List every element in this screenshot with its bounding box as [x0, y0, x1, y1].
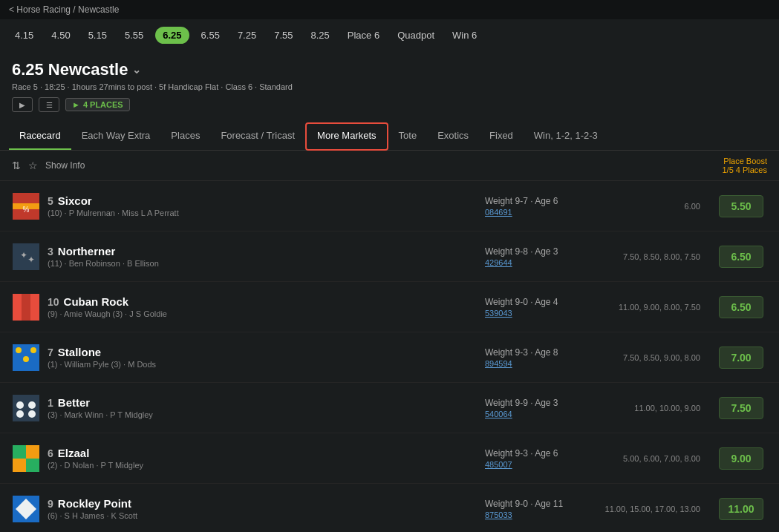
time-tab-6.25[interactable]: 6.25: [155, 27, 189, 44]
nav-tab-forecast-tricast[interactable]: Forecast / Tricast: [210, 122, 305, 150]
nav-tab-more-markets[interactable]: More Markets: [305, 122, 388, 151]
time-tab-7.25[interactable]: 7.25: [232, 27, 262, 44]
horse-number: 9: [48, 498, 53, 510]
info-icon[interactable]: ☰: [39, 97, 59, 112]
time-tabs: 4.154.505.155.556.256.557.257.558.25Plac…: [0, 19, 779, 51]
weight-text: Weight 9-0 · Age 11: [485, 499, 574, 509]
nav-tab-tote[interactable]: Tote: [388, 122, 428, 150]
horse-silk: [12, 344, 40, 372]
horse-name: Northerner: [58, 245, 116, 257]
odds-button[interactable]: 6.50: [719, 246, 763, 268]
horse-details: (1) · William Pyle (3) · M Dods: [48, 360, 477, 369]
time-tab-win-6[interactable]: Win 6: [446, 27, 483, 44]
horse-id[interactable]: 429644: [485, 258, 574, 267]
horse-id[interactable]: 875033: [485, 510, 574, 519]
svg-rect-13: [13, 395, 39, 421]
time-tab-5.55[interactable]: 5.55: [119, 27, 149, 44]
weight-text: Weight 9-0 · Age 4: [485, 297, 574, 307]
time-tab-5.15[interactable]: 5.15: [82, 27, 113, 44]
odds-button[interactable]: 9.00: [719, 447, 763, 470]
race-title: 6.25 Newcastle ⌄: [12, 60, 767, 79]
odds-button[interactable]: 5.50: [719, 195, 763, 217]
current-odds: 6.50: [715, 296, 767, 318]
current-odds: 7.00: [715, 347, 767, 369]
sort-icon[interactable]: ⇅: [12, 160, 21, 171]
nav-tab-racecard[interactable]: Racecard: [9, 122, 71, 150]
horse-id[interactable]: 540064: [485, 410, 574, 418]
nav-tab-each-way-extra[interactable]: Each Way Extra: [71, 122, 161, 150]
table-row: 10 Cuban Rock (9) · Amie Waugh (3) · J S…: [0, 282, 779, 332]
horse-details: (10) · P Mulrennan · Miss L A Perratt: [48, 208, 477, 217]
svg-text:✦: ✦: [27, 254, 35, 265]
nav-tab-places[interactable]: Places: [160, 122, 210, 150]
horse-details: (9) · Amie Waugh (3) · J S Goldie: [48, 309, 477, 318]
horse-silk: [12, 495, 40, 523]
horse-silk: %: [12, 192, 40, 220]
table-row: 6 Elzaal (2) · D Nolan · P T Midgley Wei…: [0, 433, 779, 484]
horse-details: (11) · Ben Robinson · B Ellison: [48, 259, 477, 268]
svg-point-12: [23, 356, 29, 362]
previous-prices: 7.50, 8.50, 9.00, 8.00: [581, 353, 715, 362]
horse-silk: [12, 394, 40, 422]
time-tab-4.50[interactable]: 4.50: [45, 27, 76, 44]
video-icon[interactable]: ▶: [12, 97, 33, 112]
jockey-trainer: (3) · Mark Winn · P T Midgley: [48, 410, 153, 419]
table-row: % 5 Sixcor (10) · P Mulrennan · Miss L A…: [0, 181, 779, 231]
horse-id[interactable]: 894594: [485, 359, 574, 368]
show-info-label[interactable]: Show Info: [45, 160, 85, 171]
table-row: 9 Rockley Point (6) · S H James · K Scot…: [0, 484, 779, 532]
previous-prices: 11.00, 15.00, 17.00, 13.00: [581, 505, 715, 513]
odds-button[interactable]: 6.50: [719, 296, 763, 318]
current-odds: 9.00: [715, 447, 767, 470]
weight-text: Weight 9-8 · Age 3: [485, 246, 574, 257]
breadcrumb[interactable]: < Horse Racing / Newcastle: [0, 0, 779, 19]
odds-button[interactable]: 7.00: [719, 347, 763, 369]
nav-tabs: RacecardEach Way ExtraPlacesForecast / T…: [0, 122, 779, 151]
horse-id[interactable]: 539043: [485, 309, 574, 318]
nav-tab-win-1-2-1-2-3[interactable]: Win, 1-2, 1-2-3: [524, 122, 608, 150]
horse-details: (3) · Mark Winn · P T Midgley: [48, 410, 477, 419]
horse-id[interactable]: 485007: [485, 460, 574, 469]
horse-silk: [12, 293, 40, 321]
horse-info: 5 Sixcor (10) · P Mulrennan · Miss L A P…: [48, 194, 477, 217]
back-link[interactable]: < Horse Racing / Newcastle: [9, 4, 119, 15]
horse-id[interactable]: 084691: [485, 208, 574, 217]
horse-number: 5: [48, 195, 53, 207]
current-odds: 11.00: [715, 498, 767, 520]
places-arrow: ►: [72, 100, 80, 109]
svg-text:%: %: [23, 206, 30, 214]
previous-prices: 7.50, 8.50, 8.00, 7.50: [581, 252, 715, 261]
table-controls: ⇅ ☆ Show Info Place Boost 1/5 4 Places: [0, 151, 779, 181]
current-odds: 7.50: [715, 397, 767, 419]
time-tab-7.55[interactable]: 7.55: [268, 27, 299, 44]
time-tab-6.55[interactable]: 6.55: [195, 27, 226, 44]
horse-number: 6: [48, 447, 53, 459]
horse-info: 3 Northerner (11) · Ben Robinson · B Ell…: [48, 245, 477, 268]
horse-details: (2) · D Nolan · P T Midgley: [48, 461, 477, 470]
horse-details: (6) · S H James · K Scott: [48, 511, 477, 520]
star-icon[interactable]: ☆: [28, 160, 38, 171]
horse-name: Elzaal: [58, 447, 90, 459]
horse-number: 7: [48, 347, 53, 358]
places-badge[interactable]: ► 4 PLACES: [65, 98, 130, 111]
time-tab-4.15[interactable]: 4.15: [9, 27, 39, 44]
jockey-trainer: (2) · D Nolan · P T Midgley: [48, 461, 143, 470]
horse-info: 1 Better (3) · Mark Winn · P T Midgley: [48, 396, 477, 419]
nav-tab-exotics[interactable]: Exotics: [427, 122, 479, 150]
table-row: 7 Stallone (1) · William Pyle (3) · M Do…: [0, 332, 779, 383]
horse-info: 7 Stallone (1) · William Pyle (3) · M Do…: [48, 346, 477, 369]
previous-prices: 6.00: [581, 202, 715, 211]
nav-tab-fixed[interactable]: Fixed: [479, 122, 524, 150]
horse-info: 10 Cuban Rock (9) · Amie Waugh (3) · J S…: [48, 295, 477, 318]
time-tab-quadpot[interactable]: Quadpot: [391, 27, 440, 44]
horse-name: Better: [58, 396, 90, 409]
horse-number: 1: [48, 397, 53, 409]
time-tab-place-6[interactable]: Place 6: [342, 27, 385, 44]
venue-chevron[interactable]: ⌄: [132, 64, 141, 76]
current-odds: 5.50: [715, 195, 767, 217]
horse-number: 10: [48, 296, 59, 308]
odds-button[interactable]: 7.50: [719, 397, 763, 419]
weight-text: Weight 9-3 · Age 6: [485, 448, 574, 459]
odds-button[interactable]: 11.00: [719, 498, 763, 520]
time-tab-8.25[interactable]: 8.25: [305, 27, 336, 44]
